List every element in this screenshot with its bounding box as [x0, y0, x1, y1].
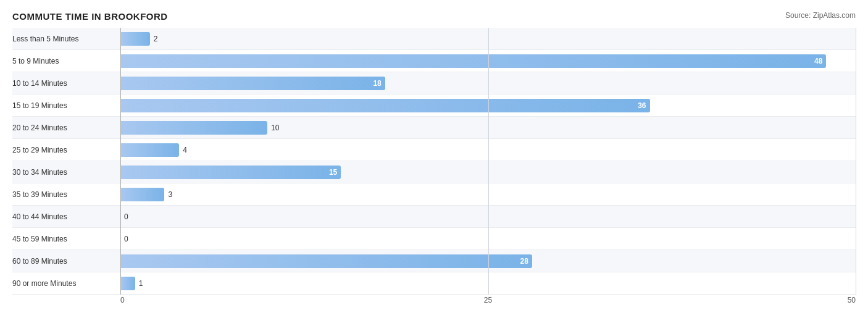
bar-label: 45 to 59 Minutes: [12, 235, 120, 243]
chart-header: COMMUTE TIME IN BROOKFORD Source: ZipAtl…: [12, 11, 856, 22]
bar-value: 15: [329, 168, 337, 177]
bar-fill: [120, 121, 267, 135]
bar-value: 18: [373, 79, 381, 88]
bar-row: 20 to 24 Minutes10: [12, 117, 856, 139]
bar-row: 5 to 9 Minutes48: [12, 50, 856, 72]
bar-fill: 15: [120, 166, 341, 179]
bar-track: 2: [120, 32, 856, 46]
bar-value: 1: [139, 277, 143, 290]
bar-value: 10: [271, 121, 279, 135]
chart-container: COMMUTE TIME IN BROOKFORD Source: ZipAtl…: [0, 0, 868, 323]
x-axis-tick: 25: [484, 296, 492, 304]
bar-row: 45 to 59 Minutes0: [12, 228, 856, 250]
bar-label: 90 or more Minutes: [12, 279, 120, 288]
bar-label: 60 to 89 Minutes: [12, 257, 120, 266]
bar-fill: 36: [120, 99, 650, 112]
grid-line: [856, 28, 856, 295]
bar-label: 15 to 19 Minutes: [12, 101, 120, 110]
bars-area: Less than 5 Minutes25 to 9 Minutes4810 t…: [12, 28, 856, 295]
bar-label: Less than 5 Minutes: [12, 35, 120, 43]
x-axis-tick: 50: [848, 296, 856, 304]
bar-value: 3: [168, 188, 172, 201]
bar-label: 35 to 39 Minutes: [12, 190, 120, 199]
bar-label: 20 to 24 Minutes: [12, 124, 120, 132]
bar-track: 48: [120, 54, 856, 68]
bar-fill: [120, 188, 164, 201]
bar-track: 18: [120, 77, 856, 90]
bar-value: 48: [814, 57, 822, 65]
chart-source: Source: ZipAtlas.com: [785, 11, 856, 20]
bar-row: 40 to 44 Minutes0: [12, 206, 856, 228]
bar-track: 10: [120, 121, 856, 135]
bar-label: 30 to 34 Minutes: [12, 168, 120, 177]
bar-row: 25 to 29 Minutes4: [12, 139, 856, 161]
bar-row: 15 to 19 Minutes36: [12, 94, 856, 117]
bar-row: 90 or more Minutes1: [12, 272, 856, 295]
bar-fill: 48: [120, 54, 826, 68]
bar-fill: [120, 143, 179, 157]
x-axis-tick: 0: [120, 296, 125, 304]
bar-track: 4: [120, 143, 856, 157]
bar-row: 60 to 89 Minutes28: [12, 250, 856, 272]
bar-track: 1: [120, 277, 856, 290]
bar-value: 0: [124, 210, 128, 224]
x-axis: 02550: [120, 296, 856, 308]
bar-row: 35 to 39 Minutes3: [12, 183, 856, 206]
bar-value: 4: [183, 143, 187, 157]
bar-fill: 28: [120, 254, 532, 268]
bar-track: 15: [120, 166, 856, 179]
bar-track: 3: [120, 188, 856, 201]
bar-track: 0: [120, 210, 856, 224]
bar-label: 40 to 44 Minutes: [12, 212, 120, 221]
chart-title: COMMUTE TIME IN BROOKFORD: [12, 11, 168, 22]
bar-row: 10 to 14 Minutes18: [12, 72, 856, 94]
bar-fill: [120, 277, 135, 290]
bar-track: 28: [120, 254, 856, 268]
bar-label: 5 to 9 Minutes: [12, 57, 120, 65]
bar-label: 10 to 14 Minutes: [12, 79, 120, 88]
bar-value: 36: [638, 101, 646, 110]
bar-value: 0: [124, 232, 128, 246]
bar-row: Less than 5 Minutes2: [12, 28, 856, 50]
bar-value: 2: [154, 32, 158, 46]
bar-track: 36: [120, 99, 856, 112]
bar-row: 30 to 34 Minutes15: [12, 161, 856, 183]
bar-track: 0: [120, 232, 856, 246]
bar-value: 28: [520, 257, 528, 266]
bar-label: 25 to 29 Minutes: [12, 146, 120, 154]
bar-fill: 18: [120, 77, 385, 90]
bar-fill: [120, 32, 150, 46]
